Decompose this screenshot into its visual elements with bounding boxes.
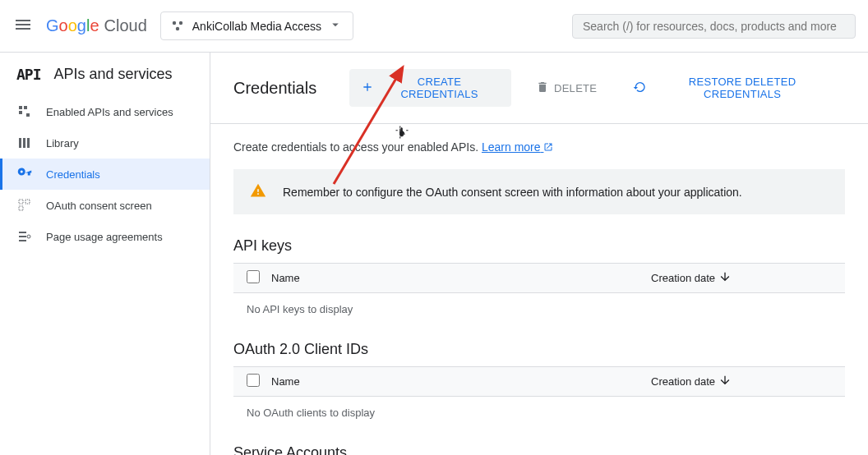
key-icon [16,167,33,182]
sidebar-item-oauth-consent[interactable]: OAuth consent screen [0,190,210,221]
svg-rect-7 [19,138,21,148]
sidebar-header: API APIs and services [0,53,210,96]
svg-rect-11 [19,200,23,204]
svg-rect-15 [19,236,26,237]
subtext: Create credentials to access your enable… [233,140,845,154]
svg-rect-9 [27,138,30,148]
project-icon [171,19,186,34]
learn-more-link[interactable]: Learn more [482,140,553,154]
menu-icon[interactable] [13,15,33,37]
api-icon: API [16,66,41,83]
svg-point-1 [179,21,182,24]
sidebar: API APIs and services Enabled APIs and s… [0,53,210,455]
col-name[interactable]: Name [271,375,651,388]
grid-icon [16,104,33,119]
oauth-table-head: Name Creation date [233,366,845,397]
sidebar-title: APIs and services [54,66,173,83]
svg-point-2 [176,26,179,30]
button-label: RESTORE DELETED CREDENTIALS [651,76,833,100]
sidebar-item-label: Credentials [46,168,100,181]
sidebar-item-library[interactable]: Library [0,127,210,159]
content-area: Credentials CREATE CREDENTIALS DELETE RE… [210,53,868,455]
col-creation-date[interactable]: Creation date [651,270,832,286]
button-label: DELETE [554,82,597,94]
svg-rect-16 [19,240,26,241]
button-label: CREATE CREDENTIALS [379,76,500,100]
page-title: Credentials [233,79,316,98]
svg-point-17 [27,235,30,238]
sidebar-item-credentials[interactable]: Credentials [0,159,210,190]
sidebar-item-agreements[interactable]: Page usage agreements [0,221,210,252]
svg-rect-4 [24,106,27,109]
oauth-empty: No OAuth clients to display [233,397,845,430]
select-all-checkbox[interactable] [247,374,260,387]
sidebar-item-enabled-apis[interactable]: Enabled APIs and services [0,96,210,127]
section-svc-title: Service Accounts [233,444,845,455]
restore-icon [633,80,646,96]
sidebar-item-label: Enabled APIs and services [46,106,173,118]
create-credentials-button[interactable]: CREATE CREDENTIALS [349,69,511,107]
settings-list-icon [16,229,33,244]
project-selector[interactable]: AnkiCollab Media Access [160,11,353,40]
project-name: AnkiCollab Media Access [192,20,321,33]
subtext-text: Create credentials to access your enable… [233,140,478,154]
svg-point-0 [173,21,176,24]
api-keys-table-head: Name Creation date [233,263,845,293]
search-box[interactable] [572,14,856,39]
plus-icon [361,80,374,96]
restore-button[interactable]: RESTORE DELETED CREDENTIALS [621,69,845,107]
svg-rect-5 [19,111,22,114]
content-header: Credentials CREATE CREDENTIALS DELETE RE… [210,53,868,124]
svg-rect-3 [19,106,22,109]
delete-button[interactable]: DELETE [524,74,608,103]
select-all-checkbox[interactable] [247,270,260,283]
col-creation-date[interactable]: Creation date [651,374,832,389]
sidebar-item-label: Library [46,137,79,149]
consent-icon [16,198,33,213]
arrow-down-icon [718,374,732,389]
svg-point-10 [21,171,23,173]
library-icon [16,136,33,150]
svg-rect-8 [23,138,25,148]
arrow-down-icon [718,270,732,286]
svg-rect-13 [19,206,23,210]
google-cloud-logo[interactable]: Google Cloud [46,16,147,35]
section-api-keys-title: API keys [233,237,845,255]
trash-icon [536,80,549,96]
api-keys-empty: No API keys to display [233,293,845,326]
sidebar-item-label: OAuth consent screen [46,200,152,212]
top-bar: Google Cloud AnkiCollab Media Access [0,0,868,53]
warning-icon [250,182,266,201]
warning-banner: Remember to configure the OAuth consent … [233,169,845,214]
sidebar-item-label: Page usage agreements [46,231,163,243]
search-input[interactable] [583,20,845,33]
external-link-icon [543,141,553,154]
section-oauth-title: OAuth 2.0 Client IDs [233,341,845,358]
chevron-down-icon [328,17,343,34]
warning-text: Remember to configure the OAuth consent … [283,186,742,199]
cloud-text: Cloud [104,16,147,35]
col-name[interactable]: Name [271,272,651,284]
svg-rect-14 [19,232,26,233]
svg-rect-6 [26,113,30,117]
svg-rect-12 [25,200,30,204]
